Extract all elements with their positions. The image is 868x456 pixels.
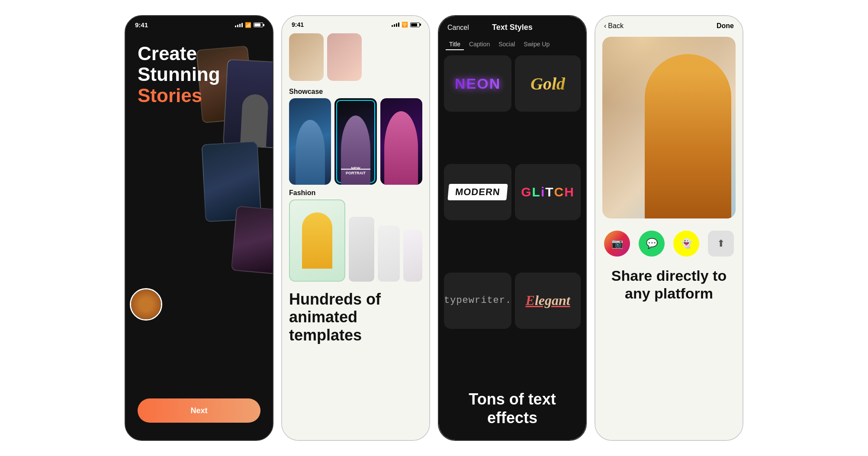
showcase-card-1 <box>289 98 331 185</box>
time-1: 9:41 <box>135 21 148 29</box>
fashion-label: Fashion <box>282 185 429 199</box>
screen4-nav: ‹ Back Done <box>595 16 743 33</box>
done-button[interactable]: Done <box>717 22 734 30</box>
showcase-cards: NEWPORTRAIT <box>282 98 429 185</box>
effect-gold[interactable]: Gold <box>515 55 581 112</box>
text-effects-grid: NEON Gold MODERN GLiTCH type <box>439 50 586 383</box>
top-thumbnails <box>282 30 429 84</box>
typewriter-text: typewriter. <box>444 295 511 306</box>
thumb-2 <box>327 33 362 81</box>
phone-screen-2: 9:41 🛜 <box>281 15 430 441</box>
glitch-text: GLiTCH <box>521 185 575 199</box>
battery-icon-2 <box>410 22 420 27</box>
thumb-1 <box>289 33 324 81</box>
whatsapp-share-button[interactable]: 💬 <box>639 231 665 257</box>
status-bar-1: 9:41 📶 <box>125 16 273 30</box>
fashion-cards <box>282 199 429 282</box>
fashion-card-sm3 <box>403 230 422 282</box>
showcase-card-2: NEWPORTRAIT <box>334 98 376 185</box>
screen1-headline: Create Stunning Stories <box>138 43 260 106</box>
phone-screen-1: 9:41 📶 Create Stunn <box>125 15 273 441</box>
effect-modern[interactable]: MODERN <box>444 164 511 220</box>
wifi-icon-2: 🛜 <box>402 22 408 28</box>
tab-social[interactable]: Social <box>495 39 518 50</box>
status-icons-1: 📶 <box>235 22 263 28</box>
food-circle <box>130 288 162 321</box>
tab-title[interactable]: Title <box>446 39 464 50</box>
fashion-card-main <box>289 199 345 282</box>
chevron-left-icon: ‹ <box>604 22 606 30</box>
effect-elegant[interactable]: Elegant <box>515 273 581 329</box>
fashion-card-sm2 <box>378 225 400 282</box>
whatsapp-icon: 💬 <box>646 238 658 249</box>
showcase-card-3 <box>380 98 422 185</box>
wifi-icon: 📶 <box>245 22 251 28</box>
screens-container: 9:41 📶 Create Stunn <box>116 2 752 454</box>
gold-text: Gold <box>530 74 565 94</box>
back-button[interactable]: ‹ Back <box>604 22 624 30</box>
share-icons-row: 📷 💬 👻 ⬆ <box>595 222 743 261</box>
screen3-bottom-title: Tons of text effects <box>447 390 577 427</box>
modern-text: MODERN <box>448 184 508 200</box>
tab-swipe-up[interactable]: Swipe Up <box>520 39 553 50</box>
signal-icon <box>235 23 243 27</box>
screen3-header: Cancel Text Styles <box>439 16 586 35</box>
effect-neon[interactable]: NEON <box>444 55 511 112</box>
text-styles-title: Text Styles <box>492 23 533 32</box>
showcase-label: Showcase <box>282 84 429 98</box>
phone-screen-3: Cancel Text Styles Title Caption Social … <box>438 15 587 441</box>
effect-glitch[interactable]: GLiTCH <box>515 164 581 220</box>
neon-text: NEON <box>455 75 501 92</box>
fashion-card-sm1 <box>349 217 374 282</box>
tab-caption[interactable]: Caption <box>466 39 493 50</box>
next-button[interactable]: Next <box>138 398 260 423</box>
snapchat-icon: 👻 <box>681 238 692 249</box>
tabs-row: Title Caption Social Swipe Up <box>439 35 586 50</box>
phone-screen-4: ‹ Back Done 📷 💬 👻 <box>595 15 743 441</box>
photo-background <box>602 37 736 218</box>
snapchat-share-button[interactable]: 👻 <box>673 231 699 257</box>
elegant-text: Elegant <box>526 292 570 308</box>
signal-icon-2 <box>392 22 399 27</box>
other-share-button[interactable]: ⬆ <box>708 231 734 257</box>
battery-icon <box>254 22 263 27</box>
instagram-icon: 📷 <box>611 238 623 249</box>
screen2-bottom-text: Hundreds of animated templates <box>282 282 429 357</box>
photo-card-4 <box>231 206 273 274</box>
screen4-bottom-text: Share directly to any platform <box>595 261 743 315</box>
photo-person <box>645 54 731 218</box>
cancel-button[interactable]: Cancel <box>447 24 469 32</box>
screen3-bottom: Tons of text effects <box>439 383 586 440</box>
instagram-share-button[interactable]: 📷 <box>604 231 630 257</box>
effect-typewriter[interactable]: typewriter. <box>444 273 511 329</box>
photo-display <box>602 37 736 218</box>
status-bar-2: 9:41 🛜 <box>282 16 429 30</box>
time-2: 9:41 <box>292 21 304 28</box>
share-icon: ⬆ <box>717 238 725 249</box>
status-icons-2: 🛜 <box>392 22 420 28</box>
